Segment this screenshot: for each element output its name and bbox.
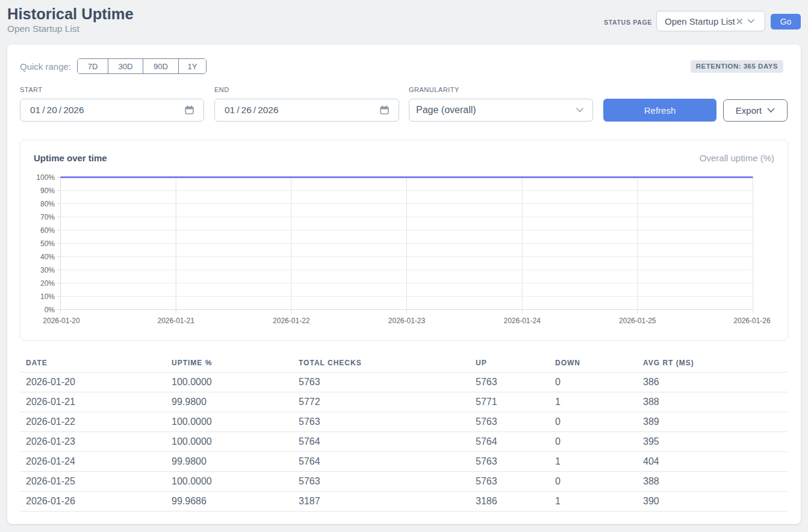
svg-text:2026-01-23: 2026-01-23 [388,317,426,325]
svg-text:2026-01-20: 2026-01-20 [43,317,80,325]
svg-text:2026-01-21: 2026-01-21 [158,317,195,325]
svg-text:2026-01-24: 2026-01-24 [504,317,541,325]
svg-text:60%: 60% [40,226,55,235]
svg-text:30%: 30% [40,266,55,274]
svg-text:70%: 70% [40,213,55,221]
svg-text:2026-01-25: 2026-01-25 [619,317,656,325]
svg-text:2026-01-22: 2026-01-22 [273,317,310,325]
svg-text:0%: 0% [45,306,55,314]
svg-text:100%: 100% [36,173,55,182]
svg-text:50%: 50% [40,240,55,248]
svg-text:40%: 40% [40,253,55,261]
svg-text:10%: 10% [40,292,55,301]
svg-text:20%: 20% [40,279,55,288]
svg-text:2026-01-26: 2026-01-26 [733,317,771,325]
svg-text:80%: 80% [40,200,55,208]
svg-text:90%: 90% [40,187,55,195]
